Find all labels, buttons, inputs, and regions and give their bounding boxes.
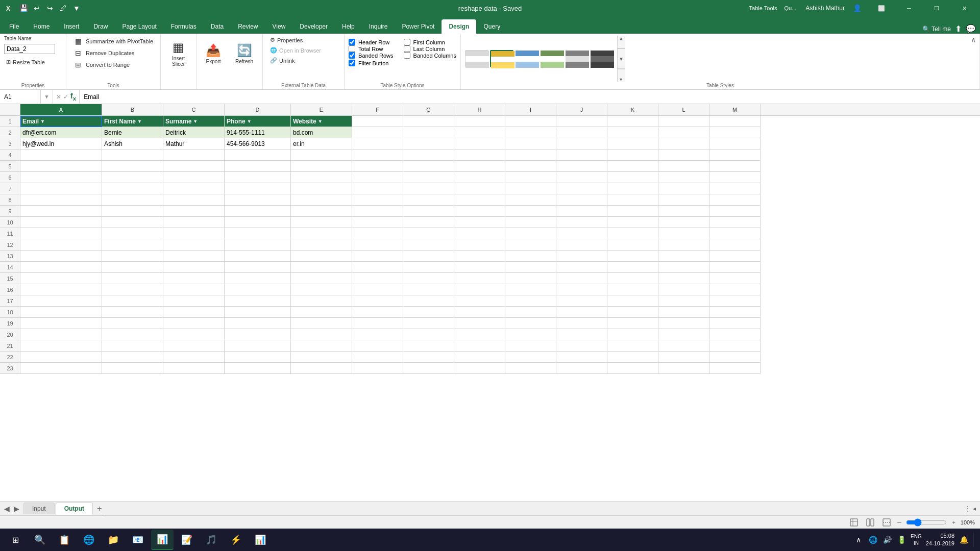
- cell-d12[interactable]: [225, 239, 291, 251]
- show-hidden-icons[interactable]: ∧: [853, 535, 864, 545]
- cell-i20[interactable]: [505, 329, 556, 340]
- cell-b4[interactable]: [102, 149, 163, 161]
- share-button[interactable]: ⬆: [955, 24, 962, 34]
- formula-content[interactable]: Email: [80, 93, 980, 101]
- cell-i23[interactable]: [505, 363, 556, 374]
- cell-g5[interactable]: [403, 161, 454, 172]
- cell-k21[interactable]: [607, 340, 658, 352]
- cell-m8[interactable]: [709, 194, 761, 206]
- tab-power-pivot[interactable]: Power Pivot: [395, 19, 442, 34]
- tab-formulas[interactable]: Formulas: [164, 19, 204, 34]
- tab-review[interactable]: Review: [231, 19, 265, 34]
- battery-icon[interactable]: 🔋: [896, 535, 906, 545]
- col-header-i[interactable]: I: [505, 104, 556, 115]
- row-num-6[interactable]: 6: [0, 172, 20, 183]
- app7-taskbar-button[interactable]: 📊: [249, 530, 272, 550]
- cell-a21[interactable]: [20, 340, 102, 352]
- cell-a2[interactable]: dfr@ert.com: [20, 127, 102, 138]
- cell-d19[interactable]: [225, 318, 291, 329]
- cell-h11[interactable]: [454, 228, 505, 239]
- cell-b18[interactable]: [102, 307, 163, 318]
- cell-f18[interactable]: [352, 307, 403, 318]
- cell-f22[interactable]: [352, 352, 403, 363]
- cell-d7[interactable]: [225, 183, 291, 194]
- sheet-nav-right[interactable]: ▶: [12, 504, 21, 514]
- cell-m19[interactable]: [709, 318, 761, 329]
- task-view-button[interactable]: 📋: [53, 530, 76, 550]
- header-row-option[interactable]: Header Row: [349, 39, 394, 45]
- cell-e22[interactable]: [291, 352, 352, 363]
- scroll-left-icon[interactable]: ◂: [973, 505, 976, 512]
- cell-f8[interactable]: [352, 194, 403, 206]
- volume-icon[interactable]: 🔊: [882, 535, 892, 545]
- cell-e2[interactable]: bd.com: [291, 127, 352, 138]
- cell-f19[interactable]: [352, 318, 403, 329]
- cell-l7[interactable]: [658, 183, 709, 194]
- cell-c2[interactable]: Deitrick: [163, 127, 225, 138]
- filter-button-option[interactable]: Filter Button: [349, 60, 388, 66]
- cell-a4[interactable]: [20, 149, 102, 161]
- cell-b16[interactable]: [102, 284, 163, 295]
- cell-m13[interactable]: [709, 251, 761, 262]
- cell-e23[interactable]: [291, 363, 352, 374]
- cell-m5[interactable]: [709, 161, 761, 172]
- row-num-15[interactable]: 15: [0, 273, 20, 284]
- cell-e10[interactable]: [291, 217, 352, 228]
- cell-h6[interactable]: [454, 172, 505, 183]
- tab-insert[interactable]: Insert: [57, 19, 86, 34]
- col-header-m[interactable]: M: [709, 104, 761, 115]
- cell-f15[interactable]: [352, 273, 403, 284]
- sheet-nav-left[interactable]: ◀: [2, 504, 12, 514]
- cell-m1[interactable]: [709, 116, 761, 127]
- cell-m22[interactable]: [709, 352, 761, 363]
- cell-a17[interactable]: [20, 295, 102, 307]
- cell-c4[interactable]: [163, 149, 225, 161]
- cell-h10[interactable]: [454, 217, 505, 228]
- col-header-a[interactable]: A: [20, 104, 102, 115]
- cell-k1[interactable]: [607, 116, 658, 127]
- cell-b12[interactable]: [102, 239, 163, 251]
- cell-l4[interactable]: [658, 149, 709, 161]
- cell-d23[interactable]: [225, 363, 291, 374]
- cell-a7[interactable]: [20, 183, 102, 194]
- total-row-checkbox[interactable]: [349, 45, 355, 52]
- cell-d21[interactable]: [225, 340, 291, 352]
- cell-m11[interactable]: [709, 228, 761, 239]
- row-num-1[interactable]: 1: [0, 116, 20, 127]
- cell-l21[interactable]: [658, 340, 709, 352]
- cell-h23[interactable]: [454, 363, 505, 374]
- cell-j16[interactable]: [556, 284, 607, 295]
- cell-g16[interactable]: [403, 284, 454, 295]
- cell-g9[interactable]: [403, 206, 454, 217]
- cell-c3[interactable]: Mathur: [163, 138, 225, 149]
- cell-j8[interactable]: [556, 194, 607, 206]
- cell-f4[interactable]: [352, 149, 403, 161]
- cell-k6[interactable]: [607, 172, 658, 183]
- cell-c19[interactable]: [163, 318, 225, 329]
- cell-d4[interactable]: [225, 149, 291, 161]
- app5-taskbar-button[interactable]: 🎵: [200, 530, 223, 550]
- close-button[interactable]: ✕: [952, 0, 976, 16]
- cell-l14[interactable]: [658, 262, 709, 273]
- ribbon-collapse-button[interactable]: ∧: [971, 36, 976, 44]
- cell-g11[interactable]: [403, 228, 454, 239]
- cell-j21[interactable]: [556, 340, 607, 352]
- cell-j1[interactable]: [556, 116, 607, 127]
- cell-k2[interactable]: [607, 127, 658, 138]
- cell-a14[interactable]: [20, 262, 102, 273]
- cell-a11[interactable]: [20, 228, 102, 239]
- remove-duplicates-button[interactable]: ⊟ Remove Duplicates: [70, 47, 156, 59]
- cell-e5[interactable]: [291, 161, 352, 172]
- cell-j7[interactable]: [556, 183, 607, 194]
- cell-d6[interactable]: [225, 172, 291, 183]
- header-row-checkbox[interactable]: [349, 39, 355, 45]
- cell-j9[interactable]: [556, 206, 607, 217]
- cell-j4[interactable]: [556, 149, 607, 161]
- start-button[interactable]: ⊞: [4, 530, 27, 550]
- cell-l16[interactable]: [658, 284, 709, 295]
- cell-c10[interactable]: [163, 217, 225, 228]
- cell-e17[interactable]: [291, 295, 352, 307]
- cell-g12[interactable]: [403, 239, 454, 251]
- col-header-b[interactable]: B: [102, 104, 163, 115]
- cell-a5[interactable]: [20, 161, 102, 172]
